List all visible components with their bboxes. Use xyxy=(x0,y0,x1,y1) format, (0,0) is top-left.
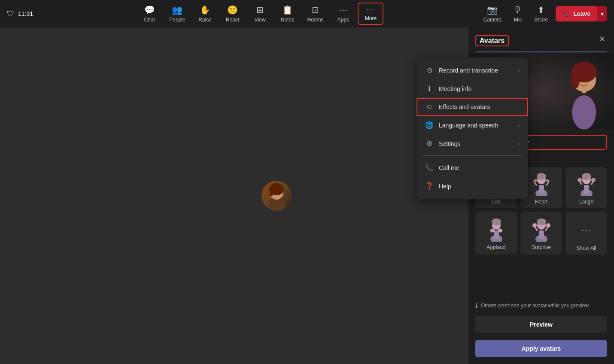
like-label: Like xyxy=(491,199,501,205)
heart-label: Heart xyxy=(535,199,547,205)
reaction-laugh[interactable]: Laugh xyxy=(565,167,607,208)
notes-icon: 📋 xyxy=(282,5,293,15)
apply-label: Apply avatars xyxy=(522,345,561,352)
menu-record-label: Record and transcribe xyxy=(439,67,498,74)
svg-point-5 xyxy=(278,192,280,194)
menu-record[interactable]: ⊙ Record and transcribe › xyxy=(416,61,528,79)
main-content: ⊙ Record and transcribe › ℹ Meeting info… xyxy=(0,27,614,364)
chat-icon: 💬 xyxy=(144,5,155,15)
react-icon: 🙂 xyxy=(227,5,238,15)
apply-avatars-button[interactable]: Apply avatars xyxy=(475,340,607,357)
avatar-figure-svg xyxy=(261,181,292,211)
top-bar: 🛡 11:31 💬 Chat 👥 People ✋ Raise 🙂 React … xyxy=(0,0,614,27)
nav-people-label: People xyxy=(169,17,185,23)
svg-point-13 xyxy=(579,79,582,82)
nav-apps[interactable]: ⋯ Apps xyxy=(330,2,356,25)
svg-rect-28 xyxy=(584,185,589,194)
svg-point-32 xyxy=(578,178,582,182)
svg-point-38 xyxy=(492,218,501,225)
surprise-reaction-figure xyxy=(532,218,551,242)
mic-btn[interactable]: 🎙 Mic xyxy=(509,3,526,25)
nav-raise[interactable]: ✋ Raise xyxy=(192,2,218,25)
svg-point-47 xyxy=(532,223,537,228)
leave-button[interactable]: 📞 Leave xyxy=(556,6,597,21)
svg-point-24 xyxy=(537,173,546,180)
laugh-reaction-figure xyxy=(577,172,596,196)
reaction-show-all[interactable]: ··· Show All xyxy=(565,212,607,255)
menu-language[interactable]: 🌐 Language and speech › xyxy=(416,116,528,134)
svg-line-25 xyxy=(534,182,536,185)
nav-react-label: React xyxy=(226,17,239,23)
notice-row: ℹ Others won't see your avatar while you… xyxy=(468,299,614,312)
nav-items: 💬 Chat 👥 People ✋ Raise 🙂 React ⊞ View 📋… xyxy=(137,2,383,25)
menu-help[interactable]: ❓ Help xyxy=(416,177,528,195)
mic-label: Mic xyxy=(514,17,522,23)
menu-meeting-info-label: Meeting info xyxy=(439,85,471,92)
effects-icon: ☺ xyxy=(425,103,434,111)
nav-rooms[interactable]: ⊡ Rooms xyxy=(302,2,328,25)
heart-reaction-figure xyxy=(532,172,551,196)
preview-button[interactable]: Preview xyxy=(475,316,607,333)
nav-react[interactable]: 🙂 React xyxy=(219,2,245,25)
record-chevron-icon: › xyxy=(518,67,520,73)
nav-raise-label: Raise xyxy=(198,17,212,23)
svg-point-30 xyxy=(582,173,591,180)
reaction-applaud[interactable]: Applaud xyxy=(475,212,517,255)
svg-point-8 xyxy=(572,95,596,130)
help-icon: ❓ xyxy=(425,182,434,190)
menu-effects[interactable]: ☺ Effects and avatars xyxy=(416,98,528,116)
share-label: Share xyxy=(534,17,548,23)
leave-phone-icon: 📞 xyxy=(562,10,570,17)
nav-rooms-label: Rooms xyxy=(307,17,323,23)
nav-apps-label: Apps xyxy=(337,17,349,23)
menu-call-me-label: Call me xyxy=(439,164,459,171)
svg-line-26 xyxy=(547,182,549,185)
leave-chevron-button[interactable]: ▾ xyxy=(597,6,607,21)
menu-call-me[interactable]: 📞 Call me xyxy=(416,158,528,177)
svg-point-44 xyxy=(537,218,546,225)
nav-chat[interactable]: 💬 Chat xyxy=(137,2,162,25)
menu-meeting-info[interactable]: ℹ Meeting info xyxy=(416,79,528,98)
apps-icon: ⋯ xyxy=(339,5,347,15)
nav-view[interactable]: ⊞ View xyxy=(247,2,273,25)
rooms-icon: ⊡ xyxy=(312,5,319,15)
camera-icon: 📷 xyxy=(487,5,498,15)
surprise-label: Surprise xyxy=(532,244,551,250)
share-btn[interactable]: ⬆ Share xyxy=(530,2,552,25)
svg-point-34 xyxy=(591,178,596,182)
svg-point-14 xyxy=(586,79,589,82)
participant-avatar xyxy=(261,181,292,211)
svg-rect-22 xyxy=(539,185,544,194)
avatars-title: Avatars xyxy=(475,35,509,46)
svg-point-4 xyxy=(273,192,275,194)
nav-notes-label: Notes xyxy=(281,17,294,23)
show-all-dots-icon: ··· xyxy=(581,225,591,235)
applaud-reaction-figure xyxy=(487,218,506,242)
call-me-icon: 📞 xyxy=(425,164,434,172)
settings-icon: ⚙ xyxy=(425,140,434,148)
nav-people[interactable]: 👥 People xyxy=(164,2,190,25)
show-all-label: Show All xyxy=(576,245,596,251)
share-icon: ⬆ xyxy=(538,5,545,15)
settings-chevron-icon: › xyxy=(518,141,520,147)
notice-text: Others won't see your avatar while you p… xyxy=(481,303,590,309)
notice-info-icon: ℹ xyxy=(475,302,477,309)
applaud-label: Applaud xyxy=(486,244,505,250)
svg-rect-3 xyxy=(270,189,273,196)
camera-label: Camera xyxy=(483,17,502,23)
nav-more[interactable]: ··· More xyxy=(358,3,383,25)
nav-notes[interactable]: 📋 Notes xyxy=(274,2,300,25)
shield-icon: 🛡 xyxy=(7,9,15,18)
close-panel-button[interactable]: ✕ xyxy=(597,33,607,46)
camera-btn[interactable]: 📷 Camera xyxy=(479,2,506,25)
reaction-surprise[interactable]: Surprise xyxy=(520,212,562,255)
nav-more-label: More xyxy=(365,15,377,21)
menu-effects-label: Effects and avatars xyxy=(439,103,490,110)
raise-icon: ✋ xyxy=(200,5,210,15)
language-icon: 🌐 xyxy=(425,121,434,129)
show-all-figure: ··· xyxy=(576,217,597,243)
right-controls: 📷 Camera 🎙 Mic ⬆ Share 📞 Leave ▾ xyxy=(479,2,607,25)
more-icon: ··· xyxy=(367,6,375,14)
menu-settings[interactable]: ⚙ Settings › xyxy=(416,134,528,153)
center-avatar xyxy=(261,181,292,211)
